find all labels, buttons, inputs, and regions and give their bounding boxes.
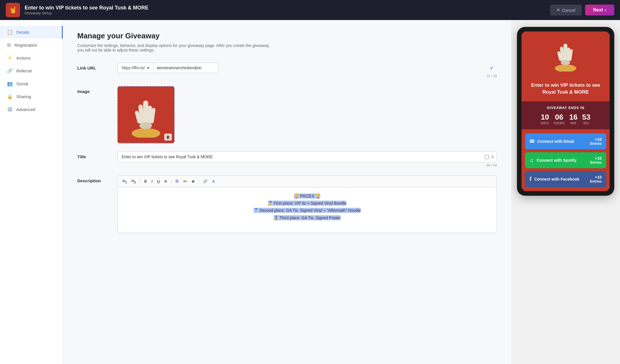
desc-second-place: 🥈 Second place: GA Tix, Signed Vinyl + "… xyxy=(254,208,361,213)
preview-facebook-entries-label: Entries xyxy=(590,179,602,183)
preview-header-image xyxy=(522,31,610,77)
countdown-min-label: MIN xyxy=(569,122,578,125)
sidebar-label-advanced: Advanced xyxy=(16,107,35,112)
header-actions: ✕ Cancel Next › xyxy=(550,5,614,15)
image-row: Image 🗑 xyxy=(77,86,497,143)
countdown-hours-num: 06 xyxy=(554,113,565,122)
align-left-button[interactable]: ☰ xyxy=(174,178,180,184)
title-label: Title xyxy=(77,151,117,159)
preview-email-action[interactable]: ✉ Connect with Email +10 Entries xyxy=(525,133,606,149)
countdown-sec-label: SEC xyxy=(582,122,591,125)
sidebar-item-referral[interactable]: 🔗 Referral xyxy=(0,64,63,77)
url-prefix-selector[interactable]: https://ffm.to/ ▾ xyxy=(117,63,153,73)
preview-email-plus: +10 xyxy=(590,137,602,142)
sidebar-label-registration: Registration xyxy=(14,43,37,48)
referral-icon: 🔗 xyxy=(7,68,13,74)
countdown-min: 16 MIN xyxy=(569,113,578,125)
strikethrough-button[interactable]: S xyxy=(163,178,168,184)
spotify-icon: ♫ xyxy=(530,157,534,163)
content-area: Manage your Giveaway Customize the setti… xyxy=(63,20,511,364)
image-field: 🗑 xyxy=(117,86,497,143)
phone-screen: Enter to win VIP tickets to see Royal Tu… xyxy=(522,31,610,191)
chevron-down-icon: ▾ xyxy=(147,66,149,70)
main-layout: 📋 Details ⊞ Registration ⚡ Actions 🔗 Ref… xyxy=(0,20,620,364)
page-subtitle: Customize the settings, behavior, and di… xyxy=(77,43,272,52)
h1-button[interactable]: H1 xyxy=(121,178,128,185)
color-button[interactable]: A xyxy=(211,178,216,184)
sidebar-item-registration[interactable]: ⊞ Registration xyxy=(0,39,63,52)
desc-third-place: 🥉 Third place: GA Tix, Signed Poster xyxy=(274,215,341,220)
sidebar-item-actions[interactable]: ⚡ Actions xyxy=(0,52,63,64)
sidebar-item-social[interactable]: 👥 Social xyxy=(0,77,63,90)
sidebar-label-sharing: Sharing xyxy=(16,94,31,99)
facebook-icon: f xyxy=(530,176,532,182)
countdown-numbers: 10 DAYS 06 HOURS 16 MIN 53 xyxy=(527,113,604,125)
countdown-min-num: 16 xyxy=(569,113,578,122)
countdown-days: 10 DAYS xyxy=(541,113,549,125)
sidebar-item-advanced[interactable]: ⚙️ Advanced xyxy=(0,103,63,116)
preview-countdown: GIVEAWAY ENDS IN 10 DAYS 06 HOURS 16 MIN xyxy=(522,101,610,129)
preview-panel: Enter to win VIP tickets to see Royal Tu… xyxy=(511,20,620,364)
image-preview[interactable]: 🗑 xyxy=(117,86,175,143)
preview-email-left: ✉ Connect with Email xyxy=(530,138,574,145)
title-checkbox[interactable] xyxy=(485,155,489,159)
h2-button[interactable]: H2 xyxy=(130,178,137,185)
next-arrow-icon: › xyxy=(605,7,606,13)
actions-icon: ⚡ xyxy=(7,55,13,61)
sidebar-item-details[interactable]: 📋 Details xyxy=(0,26,63,39)
preview-spotify-entries: +10 Entries xyxy=(590,156,602,165)
header-title-group: Enter to win VIP tickets to see Royal Tu… xyxy=(25,5,550,15)
page-title: Manage your Giveaway xyxy=(77,31,497,40)
url-value-input[interactable] xyxy=(153,63,219,73)
svg-point-7 xyxy=(555,64,576,72)
desc-line-2: 🥇 First place: VIP tix + Signed Vinyl Bu… xyxy=(122,200,492,206)
description-editor[interactable]: 🏆 PRIZES 🏆 🥇 First place: VIP tix + Sign… xyxy=(117,187,497,233)
underline-button[interactable]: U xyxy=(156,178,161,184)
title-char-count: 49 / 64 xyxy=(117,163,497,167)
url-check-icon: ✓ xyxy=(490,65,493,71)
ordered-list-button[interactable]: ≔ xyxy=(182,178,188,184)
cancel-x-icon: ✕ xyxy=(556,7,560,13)
desc-line-4: 🥉 Third place: GA Tix, Signed Poster xyxy=(122,215,492,221)
delete-image-button[interactable]: 🗑 xyxy=(164,134,172,141)
unordered-list-button[interactable]: ≣ xyxy=(190,178,196,184)
preview-spotify-label: Connect with Spotify xyxy=(537,158,576,163)
preview-spotify-plus: +10 xyxy=(590,156,602,161)
link-url-field: https://ffm.to/ ▾ ✓ 25 / 48 xyxy=(117,63,497,78)
header-subtitle: Giveaway Setup xyxy=(25,11,550,15)
bold-button[interactable]: B xyxy=(143,178,148,184)
preview-facebook-action[interactable]: f Connect with Facebook +10 Entries xyxy=(525,171,606,187)
link-url-row: Link URL https://ffm.to/ ▾ ✓ 25 / 48 xyxy=(77,63,497,78)
toolbar-separator-3 xyxy=(199,179,199,184)
cancel-button[interactable]: ✕ Cancel xyxy=(550,5,582,15)
preview-title-text: Enter to win VIP tickets to see Royal Tu… xyxy=(527,82,604,96)
sidebar-label-referral: Referral xyxy=(16,68,31,73)
email-icon: ✉ xyxy=(530,138,534,145)
preview-facebook-entries: +10 Entries xyxy=(590,175,602,183)
next-button[interactable]: Next › xyxy=(585,5,614,15)
preview-hand-svg xyxy=(551,37,580,72)
logo-emoji: 🤘 xyxy=(9,6,17,14)
preview-email-entries: +10 Entries xyxy=(590,137,602,146)
preview-email-label: Connect with Email xyxy=(537,139,574,144)
sidebar-item-sharing[interactable]: 🔒 Sharing xyxy=(0,90,63,103)
editor-toolbar: H1 H2 B I U S ☰ ≔ ≣ 🔗 A xyxy=(117,175,497,187)
image-label: Image xyxy=(77,86,117,94)
title-input-actions: A xyxy=(485,155,494,159)
countdown-days-label: DAYS xyxy=(541,122,549,125)
url-input-wrapper: ✓ xyxy=(153,63,497,73)
italic-button[interactable]: I xyxy=(150,178,154,184)
link-button[interactable]: 🔗 xyxy=(202,178,209,184)
toolbar-separator-2 xyxy=(171,179,171,184)
sidebar: 📋 Details ⊞ Registration ⚡ Actions 🔗 Ref… xyxy=(0,20,63,364)
title-input[interactable] xyxy=(117,151,497,162)
countdown-label: GIVEAWAY ENDS IN xyxy=(527,106,604,110)
app-logo: 🤘 xyxy=(6,3,20,17)
preview-actions: ✉ Connect with Email +10 Entries ♫ Conne… xyxy=(522,129,610,191)
title-field: A 49 / 64 xyxy=(117,151,497,167)
countdown-hours-label: HOURS xyxy=(554,122,565,125)
preview-spotify-action[interactable]: ♫ Connect with Spotify +10 Entries xyxy=(525,152,606,168)
preview-facebook-plus: +10 xyxy=(590,175,602,179)
phone-frame: Enter to win VIP tickets to see Royal Tu… xyxy=(517,27,614,196)
description-row: Description H1 H2 B I U S ☰ ≔ ≣ 🔗 A xyxy=(77,175,497,233)
